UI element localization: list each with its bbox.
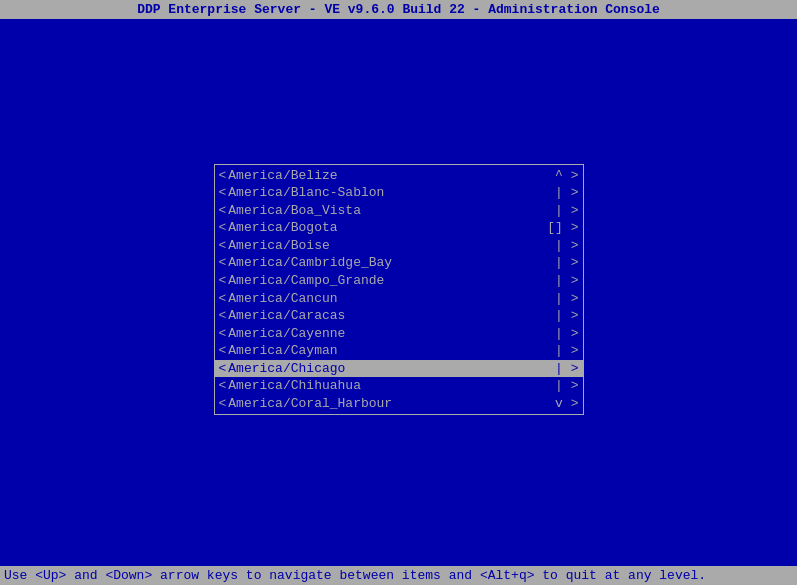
left-arrow-icon: < (219, 342, 227, 360)
left-arrow-icon: < (219, 202, 227, 220)
right-indicator: | > (555, 272, 578, 290)
list-item[interactable]: < America/Cambridge_Bay | > (215, 254, 583, 272)
list-item[interactable]: < America/Cayman | > (215, 342, 583, 360)
list-box[interactable]: < America/Belize ^ >< America/Blanc-Sabl… (214, 164, 584, 416)
list-item[interactable]: < America/Boise | > (215, 237, 583, 255)
list-item[interactable]: < America/Blanc-Sablon | > (215, 184, 583, 202)
right-indicator: [] > (547, 219, 578, 237)
left-arrow-icon: < (219, 254, 227, 272)
item-name: America/Boa_Vista (228, 202, 555, 220)
list-item[interactable]: < America/Bogota [] > (215, 219, 583, 237)
item-name: America/Bogota (228, 219, 547, 237)
item-name: America/Blanc-Sablon (228, 184, 555, 202)
list-item[interactable]: < America/Chihuahua | > (215, 377, 583, 395)
left-arrow-icon: < (219, 167, 227, 185)
right-indicator: | > (555, 377, 578, 395)
right-indicator: | > (555, 237, 578, 255)
left-arrow-icon: < (219, 325, 227, 343)
left-arrow-icon: < (219, 272, 227, 290)
left-arrow-icon: < (219, 237, 227, 255)
main-content: < America/Belize ^ >< America/Blanc-Sabl… (0, 19, 797, 560)
list-item[interactable]: < America/Boa_Vista | > (215, 202, 583, 220)
list-item[interactable]: < America/Caracas | > (215, 307, 583, 325)
left-arrow-icon: < (219, 290, 227, 308)
right-indicator: | > (555, 184, 578, 202)
right-indicator: | > (555, 202, 578, 220)
item-name: America/Boise (228, 237, 555, 255)
status-text: Use <Up> and <Down> arrow keys to naviga… (4, 568, 706, 583)
left-arrow-icon: < (219, 219, 227, 237)
item-name: America/Chicago (228, 360, 555, 378)
item-name: America/Chihuahua (228, 377, 555, 395)
left-arrow-icon: < (219, 360, 227, 378)
list-item[interactable]: < America/Cancun | > (215, 290, 583, 308)
list-item[interactable]: < America/Belize ^ > (215, 167, 583, 185)
right-indicator: | > (555, 325, 578, 343)
right-indicator: v > (555, 395, 578, 413)
left-arrow-icon: < (219, 377, 227, 395)
item-name: America/Cancun (228, 290, 555, 308)
list-item[interactable]: < America/Chicago | > (215, 360, 583, 378)
left-arrow-icon: < (219, 395, 227, 413)
item-name: America/Campo_Grande (228, 272, 555, 290)
left-arrow-icon: < (219, 307, 227, 325)
right-indicator: | > (555, 307, 578, 325)
list-item[interactable]: < America/Coral_Harbour v > (215, 395, 583, 413)
item-name: America/Caracas (228, 307, 555, 325)
right-indicator: | > (555, 360, 578, 378)
item-name: America/Coral_Harbour (228, 395, 555, 413)
right-indicator: | > (555, 342, 578, 360)
list-item[interactable]: < America/Cayenne | > (215, 325, 583, 343)
title-bar: DDP Enterprise Server - VE v9.6.0 Build … (0, 0, 797, 19)
item-name: America/Cambridge_Bay (228, 254, 555, 272)
item-name: America/Cayenne (228, 325, 555, 343)
item-name: America/Cayman (228, 342, 555, 360)
right-indicator: | > (555, 254, 578, 272)
list-item[interactable]: < America/Campo_Grande | > (215, 272, 583, 290)
right-indicator: ^ > (555, 167, 578, 185)
status-bar: Use <Up> and <Down> arrow keys to naviga… (0, 566, 797, 585)
item-name: America/Belize (228, 167, 555, 185)
left-arrow-icon: < (219, 184, 227, 202)
title-text: DDP Enterprise Server - VE v9.6.0 Build … (137, 2, 660, 17)
right-indicator: | > (555, 290, 578, 308)
